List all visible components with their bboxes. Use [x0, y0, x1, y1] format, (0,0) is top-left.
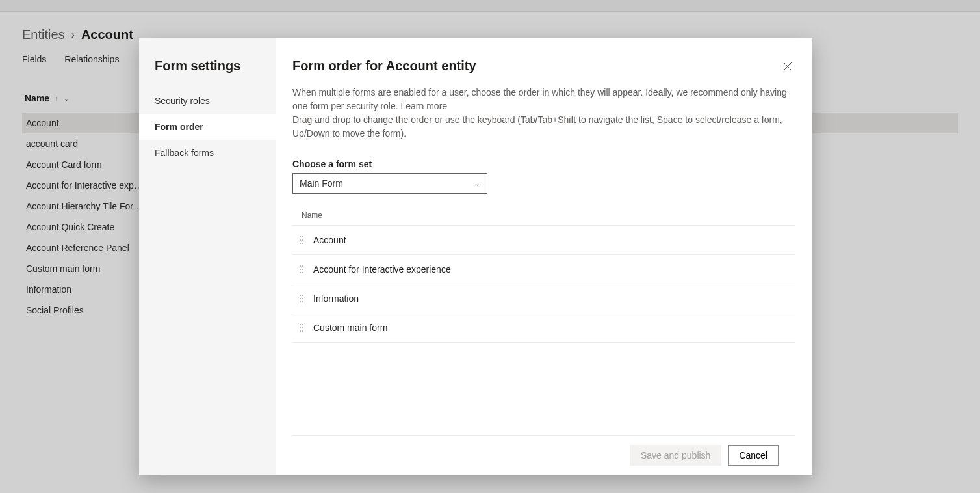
svg-point-14: [300, 298, 301, 299]
svg-point-9: [302, 269, 303, 270]
form-order-item-label: Custom main form: [313, 323, 387, 333]
svg-point-13: [302, 295, 303, 296]
form-settings-dialog: Form settings Security roles Form order …: [139, 38, 812, 475]
close-icon: [783, 62, 792, 71]
drag-handle-icon[interactable]: [299, 235, 304, 245]
side-item-form-order[interactable]: Form order: [139, 114, 276, 140]
dialog-side-panel: Form settings Security roles Form order …: [139, 38, 276, 475]
form-set-select[interactable]: Main Form ⌄: [292, 173, 487, 194]
svg-point-20: [300, 327, 301, 328]
learn-more-link[interactable]: Learn more: [401, 101, 448, 111]
description-text-1: When multiple forms are enabled for a us…: [292, 87, 787, 111]
svg-point-0: [300, 236, 301, 237]
drag-handle-icon[interactable]: [299, 294, 304, 303]
dialog-main-panel: Form order for Account entity When multi…: [276, 38, 812, 475]
svg-point-15: [302, 298, 303, 299]
side-item-fallback-forms[interactable]: Fallback forms: [139, 140, 276, 166]
svg-point-2: [300, 239, 301, 241]
svg-point-4: [300, 243, 301, 244]
svg-point-11: [302, 272, 303, 273]
form-order-item-label: Account for Interactive experience: [313, 264, 451, 274]
svg-point-5: [302, 243, 303, 244]
svg-point-19: [302, 324, 303, 325]
side-item-security-roles[interactable]: Security roles: [139, 88, 276, 114]
svg-point-3: [302, 239, 303, 241]
form-order-item[interactable]: Account: [292, 226, 795, 255]
side-panel-title: Form settings: [139, 59, 276, 88]
close-button[interactable]: [780, 59, 795, 74]
chevron-down-icon: ⌄: [475, 180, 480, 187]
dialog-description: When multiple forms are enabled for a us…: [292, 86, 793, 140]
svg-point-17: [302, 301, 303, 302]
svg-point-18: [300, 324, 301, 325]
form-order-header: Name: [292, 206, 795, 226]
description-text-2: Drag and drop to change the order or use…: [292, 114, 782, 139]
cancel-button[interactable]: Cancel: [728, 445, 779, 466]
svg-point-10: [300, 272, 301, 273]
drag-handle-icon[interactable]: [299, 323, 304, 332]
svg-point-6: [300, 265, 301, 267]
dialog-title: Form order for Account entity: [292, 59, 476, 73]
form-order-item[interactable]: Account for Interactive experience: [292, 255, 795, 284]
svg-point-21: [302, 327, 303, 328]
svg-point-8: [300, 269, 301, 270]
form-order-item-label: Account: [313, 235, 346, 245]
svg-point-22: [300, 330, 301, 332]
save-and-publish-button[interactable]: Save and publish: [630, 445, 721, 466]
svg-point-16: [300, 301, 301, 302]
form-set-label: Choose a form set: [292, 159, 795, 169]
dialog-footer: Save and publish Cancel: [292, 435, 795, 475]
svg-point-12: [300, 295, 301, 296]
svg-point-1: [302, 236, 303, 237]
svg-point-23: [302, 330, 303, 332]
form-order-item[interactable]: Information: [292, 284, 795, 313]
form-set-value: Main Form: [300, 178, 343, 189]
form-order-item[interactable]: Custom main form: [292, 313, 795, 343]
drag-handle-icon[interactable]: [299, 265, 304, 274]
svg-point-7: [302, 265, 303, 267]
form-order-item-label: Information: [313, 293, 359, 304]
